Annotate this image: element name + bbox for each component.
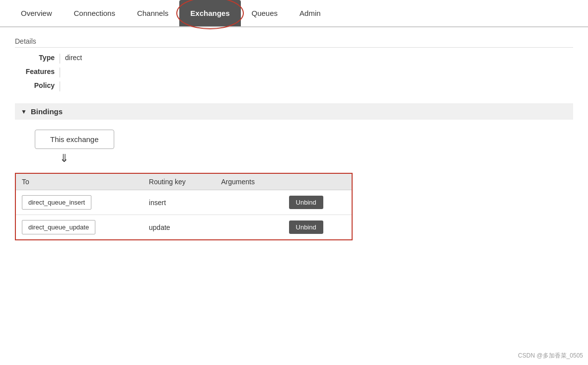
- details-section-title: Details: [15, 37, 573, 48]
- binding-arguments-cell-1: [215, 215, 283, 240]
- detail-row-policy: Policy: [20, 81, 573, 91]
- detail-value-policy: [60, 81, 209, 91]
- down-arrow-icon: ⇓: [60, 152, 69, 165]
- detail-row-features: Features: [20, 68, 573, 77]
- detail-value-features: [60, 68, 209, 77]
- nav-item-connections[interactable]: Connections: [63, 0, 126, 26]
- nav-item-admin[interactable]: Admin: [289, 0, 332, 26]
- col-header-to: To: [16, 174, 143, 190]
- unbind-button-0[interactable]: Unbind: [289, 196, 323, 209]
- exchange-flow: This exchange ⇓: [35, 130, 573, 165]
- detail-row-type: Typedirect: [20, 54, 573, 64]
- bindings-title: Bindings: [31, 107, 63, 116]
- nav-bar: OverviewConnectionsChannelsExchangesQueu…: [0, 0, 588, 27]
- col-header-arguments: Arguments: [215, 174, 283, 190]
- binding-queue-cell-0: direct_queue_insert: [16, 190, 143, 215]
- detail-label-policy: Policy: [20, 81, 60, 89]
- binding-arguments-cell-0: [215, 190, 283, 215]
- bindings-table-body: direct_queue_insertinsertUnbinddirect_qu…: [16, 190, 352, 240]
- details-table: TypedirectFeaturesPolicy: [20, 52, 573, 93]
- binding-routing-key-cell-0: insert: [143, 190, 216, 215]
- detail-label-features: Features: [20, 68, 60, 75]
- bindings-table-header-row: To Routing key Arguments: [16, 174, 352, 190]
- bindings-table-wrapper: To Routing key Arguments direct_queue_in…: [15, 173, 353, 240]
- main-content: Details TypedirectFeaturesPolicy ▼ Bindi…: [0, 27, 588, 262]
- binding-queue-cell-1: direct_queue_update: [16, 215, 143, 240]
- nav-item-overview[interactable]: Overview: [10, 0, 63, 26]
- table-row: direct_queue_updateupdateUnbind: [16, 215, 352, 240]
- detail-value-type: direct: [60, 54, 209, 64]
- binding-action-cell-1: Unbind: [283, 215, 352, 240]
- bindings-table: To Routing key Arguments direct_queue_in…: [16, 174, 352, 239]
- nav-item-channels[interactable]: Channels: [126, 0, 179, 26]
- table-row: direct_queue_insertinsertUnbind: [16, 190, 352, 215]
- nav-item-exchanges[interactable]: Exchanges: [179, 0, 240, 26]
- col-header-routing-key: Routing key: [143, 174, 216, 190]
- bindings-header[interactable]: ▼ Bindings: [15, 103, 573, 120]
- nav-item-queues[interactable]: Queues: [241, 0, 289, 26]
- queue-name-box-1: direct_queue_update: [22, 220, 95, 234]
- detail-label-type: Type: [20, 54, 60, 62]
- this-exchange-box: This exchange: [35, 130, 114, 149]
- unbind-button-1[interactable]: Unbind: [289, 220, 323, 234]
- bindings-arrow-icon: ▼: [21, 108, 27, 115]
- queue-name-box-0: direct_queue_insert: [22, 195, 91, 210]
- binding-action-cell-0: Unbind: [283, 190, 352, 215]
- col-header-action: [283, 174, 352, 190]
- binding-routing-key-cell-1: update: [143, 215, 216, 240]
